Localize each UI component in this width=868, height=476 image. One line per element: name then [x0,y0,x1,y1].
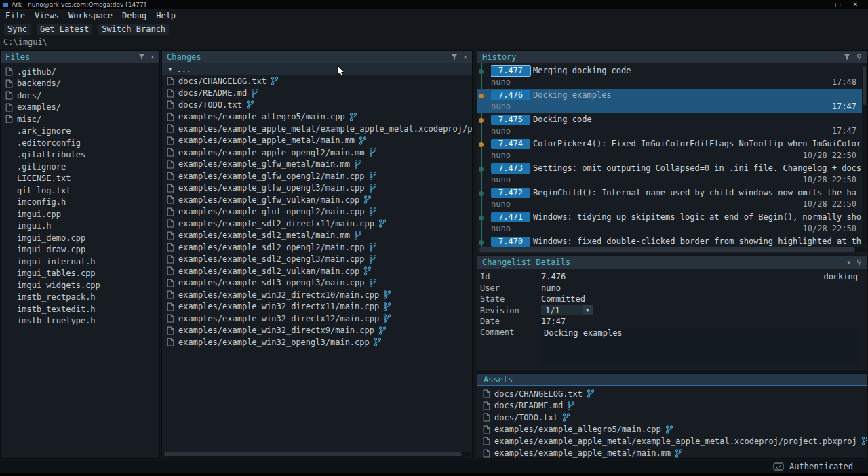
horizontal-scrollbar[interactable] [479,247,866,252]
changeset-badge[interactable]: 7.473 [491,163,530,174]
scrollbar-thumb[interactable] [164,452,462,456]
changeset-row[interactable]: 7.474 ColorPicker4(): Fixed ImGuiColorEd… [477,138,867,162]
changed-file-row[interactable]: examples/example_apple_metal/main.mm [162,135,472,147]
file-tree-item[interactable]: imconfig.h [1,197,159,209]
asset-row[interactable]: docs/TODO.txt [477,412,867,424]
changed-file-row[interactable]: examples/example_apple_metal/example_app… [162,123,472,135]
revision-select[interactable]: 1/1 ▼ [541,305,593,315]
changeset-row[interactable]: 7.475 Docking code nuno 17:47 [477,113,867,138]
menu-item[interactable]: Debug [122,11,146,20]
file-tree-item[interactable]: imstb_truetype.h [1,315,159,328]
changed-file-row[interactable]: examples/example_win32_opengl3/main.cpp [162,336,472,349]
changed-file-row[interactable]: examples/example_glfw_opengl2/main.cpp [162,170,472,182]
file-tree-item[interactable]: .gitattributes [1,149,159,161]
changed-file-row[interactable]: examples/example_sdl2_opengl3/main.cpp [162,254,472,266]
menu-item[interactable]: File [5,11,25,20]
changed-file-row[interactable]: docs/README.md [162,87,472,100]
changed-file-row[interactable]: examples/example_win32_directx11/main.cp… [162,301,472,313]
file-tree-item[interactable]: docs/ [1,90,159,102]
changed-file-row[interactable]: examples/example_win32_directx10/main.cp… [162,289,472,301]
changeset-badge[interactable]: 7.476 [491,90,530,100]
changed-file-row[interactable]: examples/example_allegro5/main.cpp [162,111,472,123]
file-tree-item[interactable]: imstb_textedit.h [1,303,159,315]
asset-row[interactable]: examples/example_allegro5/main.cpp [477,424,867,436]
pin-icon[interactable] [856,54,863,61]
toolbar-button[interactable]: Switch Branch [98,24,169,35]
history-panel: History 7.477 Merging docking code nuno … [477,50,868,254]
changed-file-row[interactable]: examples/example_sdl2_metal/main.mm [162,230,472,242]
minimize-button[interactable]: – [819,1,823,8]
asset-row[interactable]: docs/README.md [477,400,867,412]
file-name: imgui_internal.h [17,257,96,266]
changed-file-row[interactable]: examples/example_glfw_metal/main.mm [162,159,472,171]
file-tree-item[interactable]: git_log.txt [1,184,159,197]
changed-file-row[interactable]: examples/example_sdl2_directx11/main.cpp [162,218,472,230]
changeset-badge[interactable]: 7.472 [491,188,530,198]
menu-item[interactable]: Workspace [68,11,113,20]
file-tree-item[interactable]: imgui.h [1,220,159,233]
changed-file-row[interactable]: examples/example_sdl2_vulkan/main.cpp [162,265,472,277]
vertical-scrollbar[interactable] [862,64,867,245]
changed-file-row[interactable]: examples/example_glut_opengl2/main.cpp [162,206,472,218]
changeset-row[interactable]: 7.471 Windows: tidying up skipitems logi… [477,211,867,235]
changeset-row[interactable]: 7.472 BeginChild(): Internal name used b… [477,186,867,211]
changed-file-row[interactable]: examples/example_glfw_opengl3/main.cpp [162,182,472,195]
changed-file-row[interactable]: docs/TODO.txt [162,99,472,111]
close-icon[interactable]: ✕ [151,54,155,60]
scrollbar-thumb[interactable] [479,247,855,252]
filter-icon[interactable] [138,54,145,60]
collapse-arrow-icon[interactable]: ▼ [168,66,172,73]
pin-icon[interactable] [856,259,863,266]
toolbar-button[interactable]: Get Latest [37,24,92,35]
asset-row[interactable]: docs/CHANGELOG.txt [477,388,867,400]
changes-panel: Changes ✕ ▼ ... docs/CHANGELOG.txt docs/… [161,50,473,459]
changeset-badge[interactable]: 7.474 [491,139,530,149]
changeset-row[interactable]: 7.476 Docking examples nuno 17:47 [477,89,867,113]
file-tree-item[interactable]: imstb_rectpack.h [1,292,159,304]
asset-row[interactable]: examples/example_apple_metal/main.mm [477,448,867,460]
changed-file-row[interactable]: examples/example_win32_directx12/main.cp… [162,313,472,325]
maximize-button[interactable]: □ [835,1,841,8]
filter-icon[interactable] [844,54,850,60]
file-tree-item[interactable]: imgui.cpp [1,208,159,220]
file-tree-item[interactable]: .github/ [1,66,159,78]
file-tree-item[interactable]: examples/ [1,102,159,114]
changed-file-row[interactable]: examples/example_apple_opengl2/main.mm [162,146,472,159]
scrollbar-thumb[interactable] [863,66,866,105]
file-tree-item[interactable]: .gitignore [1,161,159,173]
changed-file-row[interactable]: examples/example_sdl3_opengl3/main.cpp [162,277,472,290]
close-button[interactable]: ✕ [852,1,858,8]
file-tree-item[interactable]: imgui_draw.cpp [1,244,159,256]
changed-file-row[interactable]: examples/example_win32_directx9/main.cpp [162,325,472,337]
changed-file-row[interactable]: examples/example_sdl2_opengl2/main.cpp [162,241,472,254]
assets-header[interactable]: Assets [477,374,867,386]
changeset-row[interactable]: 7.473 Settings: omit outputing Collapsed… [477,162,867,186]
file-tree-item[interactable]: imgui_demo.cpp [1,232,159,244]
file-tree-item[interactable]: .editorconfig [1,137,159,149]
file-tree-item[interactable]: backends/ [1,78,159,90]
file-icon [483,413,490,422]
changeset-badge[interactable]: 7.475 [491,115,530,125]
menu-item[interactable]: Views [35,11,59,20]
toolbar-button[interactable]: Sync [4,24,31,35]
filter-icon[interactable] [451,54,458,60]
file-tree-item[interactable]: LICENSE.txt [1,173,159,185]
horizontal-scrollbar[interactable] [163,452,471,457]
menu-item[interactable]: Help [156,11,176,20]
changes-root-row[interactable]: ▼ ... [162,63,472,75]
changeset-badge[interactable]: 7.470 [491,237,530,247]
changeset-row[interactable]: 7.477 Merging docking code nuno 17:48 [477,64,867,89]
file-tree-item[interactable]: imgui_tables.cpp [1,268,159,280]
changeset-badge[interactable]: 7.477 [491,66,530,76]
file-tree-item[interactable]: misc/ [1,113,159,125]
file-tree-item[interactable]: imgui_internal.h [1,256,159,268]
file-tree-item[interactable]: imgui_widgets.cpp [1,279,159,292]
changed-file-row[interactable]: docs/CHANGELOG.txt [162,75,472,87]
file-tree-item[interactable]: .ark_ignore [1,125,159,138]
close-icon[interactable]: ✕ [463,54,467,60]
changeset-badge[interactable]: 7.471 [491,212,530,222]
chevron-down-icon[interactable]: ▼ [847,260,850,266]
changed-file-row[interactable]: examples/example_glfw_vulkan/main.cpp [162,194,472,206]
asset-row[interactable]: examples/example_apple_metal/example_app… [477,435,867,448]
history-panel-header: History [477,51,867,63]
